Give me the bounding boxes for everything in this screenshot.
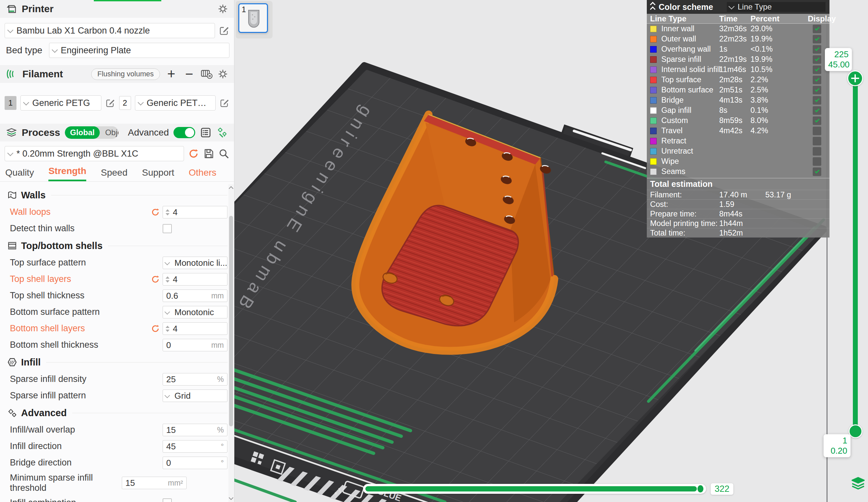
collapse-panel-icon[interactable]: [651, 3, 655, 11]
tab-support[interactable]: Support: [142, 167, 174, 181]
wall-loops-reset-icon[interactable]: [151, 208, 160, 217]
scroll-down-icon[interactable]: [229, 495, 234, 500]
legend-row: Gap infill8s0.1%: [647, 105, 829, 115]
color-scheme-select[interactable]: Line Type: [727, 2, 826, 12]
vertical-layer-slider[interactable]: [853, 78, 858, 429]
wall-loops-stepper[interactable]: 4: [163, 206, 227, 218]
display-checkbox[interactable]: [813, 96, 821, 105]
infill-direction-label: Infill direction: [10, 441, 163, 451]
display-checkbox[interactable]: [813, 76, 821, 84]
tab-strength[interactable]: Strength: [48, 166, 86, 181]
tab-quality[interactable]: Quality: [5, 167, 34, 181]
process-preset-select[interactable]: * 0.20mm Strength @BBL X1C: [4, 146, 184, 161]
parameter-list-icon[interactable]: [200, 127, 211, 138]
top-shell-layers-reset-icon[interactable]: [151, 275, 160, 284]
top-progress-strip: [94, 0, 161, 1]
detect-thin-walls-checkbox[interactable]: [163, 224, 172, 233]
display-checkbox[interactable]: [813, 127, 821, 135]
display-checkbox[interactable]: [813, 25, 821, 33]
sparse-infill-pattern-label: Sparse infill pattern: [10, 390, 163, 401]
scope-global[interactable]: Global: [65, 126, 100, 139]
add-filament-button[interactable]: +: [165, 67, 178, 81]
display-checkbox[interactable]: [813, 45, 821, 54]
display-checkbox[interactable]: [813, 35, 821, 43]
process-tuning-icon[interactable]: [216, 127, 228, 138]
scrollbar-thumb[interactable]: [229, 216, 233, 426]
display-checkbox[interactable]: [813, 147, 821, 156]
walls-group-icon: [7, 190, 17, 200]
display-checkbox[interactable]: [813, 116, 821, 125]
advanced-toggle[interactable]: [174, 127, 195, 138]
top-surface-pattern-select[interactable]: Monotonic li...: [163, 257, 227, 269]
filament-2-select[interactable]: Generic PETG - Ge...: [135, 95, 216, 111]
remove-filament-button[interactable]: −: [182, 67, 196, 81]
sparse-infill-pattern-select[interactable]: Grid: [163, 389, 227, 402]
line-type-swatch: [650, 138, 657, 144]
min-sparse-infill-threshold-input[interactable]: 15 mm²: [122, 477, 187, 489]
stepper-arrows-icon[interactable]: [166, 209, 169, 216]
bottom-shell-layers-reset-icon[interactable]: [151, 324, 160, 333]
printer-preset-select[interactable]: Bambu Lab X1 Carbon 0.4 nozzle: [4, 23, 215, 38]
scroll-up-icon[interactable]: [229, 186, 234, 191]
save-preset-icon[interactable]: [203, 148, 214, 159]
display-checkbox[interactable]: [813, 167, 821, 176]
process-section-header: Process Global Objects Advanced: [0, 124, 234, 142]
stepper-arrows-icon[interactable]: [166, 276, 169, 283]
process-preset-value: * 0.20mm Strength @BBL X1C: [17, 149, 138, 159]
display-checkbox[interactable]: [813, 137, 821, 145]
display-checkbox[interactable]: [813, 65, 821, 74]
filament-slot-2-chip[interactable]: 2: [119, 96, 131, 110]
h-slider-handle[interactable]: [697, 484, 704, 493]
ams-sync-icon[interactable]: [200, 69, 213, 80]
top-shell-thickness-input[interactable]: 0.6 mm: [163, 290, 227, 302]
filament-1-select[interactable]: Generic PETG: [20, 95, 101, 111]
bottom-shell-thickness-input[interactable]: 0 mm: [163, 339, 227, 351]
display-checkbox[interactable]: [813, 157, 821, 166]
filament-2-edit-icon[interactable]: [219, 98, 229, 108]
tab-speed[interactable]: Speed: [101, 167, 127, 181]
group-infill: Infill: [7, 353, 227, 371]
search-preset-icon[interactable]: [218, 148, 229, 159]
line-type-swatch: [650, 66, 657, 73]
layers-icon[interactable]: [850, 476, 866, 490]
infill-direction-input[interactable]: 45 °: [163, 440, 227, 453]
infill-combination-checkbox[interactable]: [163, 498, 172, 502]
stepper-arrows-icon[interactable]: [166, 326, 169, 332]
layer-slider-top-handle[interactable]: [847, 70, 863, 86]
preview-3d-viewport[interactable]: gnireenignE ubmaB: [234, 0, 868, 502]
scope-objects[interactable]: Objects: [100, 126, 118, 139]
tab-others[interactable]: Others: [189, 167, 216, 181]
layer-slider-bottom-handle[interactable]: [849, 425, 862, 438]
estimation-row: Model printing time:1h44m: [647, 218, 829, 228]
filament-1-edit-icon[interactable]: [105, 98, 115, 108]
settings-scrollbar[interactable]: [228, 184, 234, 502]
display-checkbox[interactable]: [813, 86, 821, 94]
horizontal-move-slider[interactable]: [363, 484, 706, 494]
filament-slot-1-chip[interactable]: 1: [4, 96, 17, 110]
plate-thumbnail[interactable]: 1: [238, 3, 268, 33]
printer-settings-gear-icon[interactable]: [218, 4, 228, 14]
estimation-row: Total time:1h52m: [647, 228, 829, 238]
top-shell-layers-label: Top shell layers: [10, 274, 151, 284]
infill-wall-overlap-input[interactable]: 15 %: [163, 424, 227, 436]
legend-row: Unretract: [647, 146, 829, 156]
flushing-volumes-button[interactable]: Flushing volumes: [91, 69, 160, 80]
infill-group-icon: [7, 357, 17, 367]
top-shell-layers-stepper[interactable]: 4: [163, 273, 227, 285]
sparse-infill-density-input[interactable]: 25 %: [163, 373, 227, 386]
process-section-title: Process: [22, 127, 60, 138]
bed-type-select[interactable]: Engineering Plate: [49, 43, 229, 58]
display-checkbox[interactable]: [813, 55, 821, 64]
printer-edit-icon[interactable]: [219, 25, 229, 36]
line-type-swatch: [650, 158, 657, 165]
bottom-surface-pattern-select[interactable]: Monotonic: [163, 306, 227, 318]
process-scope-toggle[interactable]: Global Objects: [65, 126, 119, 139]
bridge-direction-input[interactable]: 0 °: [163, 457, 227, 469]
filament-settings-gear-icon[interactable]: [218, 69, 228, 79]
line-type-swatch: [650, 117, 657, 124]
line-type-swatch: [650, 97, 657, 104]
bottom-shell-layers-stepper[interactable]: 4: [163, 322, 227, 335]
display-checkbox[interactable]: [813, 106, 821, 115]
reset-preset-icon[interactable]: [188, 148, 199, 159]
layer-slider-bottom-tooltip: 1 0.20: [824, 434, 850, 457]
